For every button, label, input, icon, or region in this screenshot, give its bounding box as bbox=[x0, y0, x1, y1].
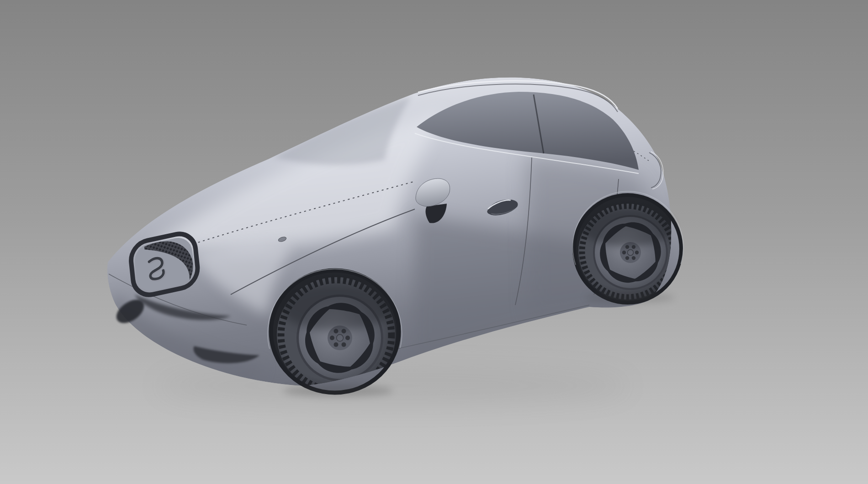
front-tire-contact-shadow bbox=[283, 385, 393, 397]
front-arch-inner-shadow bbox=[280, 283, 393, 331]
rear-tire-contact-shadow bbox=[585, 293, 674, 303]
rear-arch-inner-shadow bbox=[581, 208, 674, 247]
render-viewport[interactable] bbox=[0, 0, 868, 484]
